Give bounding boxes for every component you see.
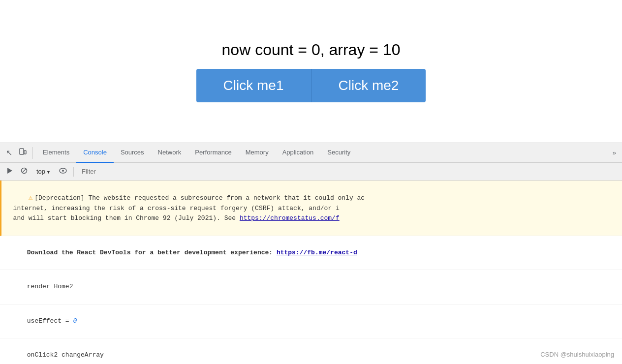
tab-console[interactable]: Console — [76, 143, 114, 163]
page-content: now count = 0, array = 10 Click me1 Clic… — [0, 0, 622, 143]
ban-icon — [21, 167, 28, 176]
devtools-panel: ↖ Elements Console Sources Network Perfo… — [0, 143, 622, 364]
console-line-useeffect: useEffect = 0 — [0, 304, 622, 338]
warning-icon: ⚠ — [29, 194, 32, 202]
tab-security[interactable]: Security — [320, 143, 357, 163]
cursor-icon: ↖ — [6, 148, 12, 157]
click-me2-button[interactable]: Click me2 — [311, 69, 426, 102]
svg-rect-1 — [24, 151, 26, 154]
useeffect-value: 0 — [73, 317, 77, 325]
device-icon — [19, 148, 27, 158]
svg-line-4 — [22, 169, 26, 173]
svg-marker-2 — [7, 168, 12, 174]
tabs-overflow: » — [609, 143, 620, 163]
svg-rect-0 — [20, 149, 24, 154]
console-line-react-devtools: Download the React DevTools for a better… — [0, 236, 622, 270]
filter-input[interactable] — [78, 166, 619, 178]
chevron-down-icon — [46, 168, 51, 175]
tab-network[interactable]: Network — [151, 143, 188, 163]
tab-elements[interactable]: Elements — [36, 143, 76, 163]
eye-icon — [59, 167, 67, 176]
device-icon-button[interactable] — [16, 146, 30, 160]
tab-memory[interactable]: Memory — [239, 143, 276, 163]
react-devtools-link[interactable]: https://fb.me/react-d — [277, 249, 357, 256]
console-toolbar: top — [0, 163, 622, 181]
svg-point-6 — [62, 170, 64, 172]
eye-button[interactable] — [57, 165, 69, 178]
console-output-area: ⚠[Deprecation] The website requested a s… — [0, 181, 622, 364]
tab-application[interactable]: Application — [276, 143, 321, 163]
buttons-row: Click me1 Click me2 — [196, 69, 426, 102]
click-me1-button[interactable]: Click me1 — [196, 69, 311, 102]
tab-performance[interactable]: Performance — [188, 143, 238, 163]
tab-separator-1 — [32, 147, 33, 159]
toolbar-separator — [73, 167, 74, 177]
clear-console-button[interactable] — [18, 165, 31, 178]
console-line-onclick: onClick2 changeArray — [0, 338, 622, 364]
console-line-render1: render Home2 — [0, 270, 622, 304]
play-icon — [6, 167, 13, 176]
deprecation-link[interactable]: https://chromestatus.com/f — [240, 214, 340, 222]
console-line-warning: ⚠[Deprecation] The website requested a s… — [0, 181, 622, 236]
tab-sources[interactable]: Sources — [114, 143, 151, 163]
execute-script-button[interactable] — [3, 165, 16, 178]
watermark: CSDN @shuishuixiaoping — [540, 351, 614, 358]
context-selector[interactable]: top — [32, 167, 55, 176]
counter-display: now count = 0, array = 10 — [222, 41, 401, 59]
cursor-icon-button[interactable]: ↖ — [2, 146, 16, 160]
devtools-tab-bar: ↖ Elements Console Sources Network Perfo… — [0, 143, 622, 163]
